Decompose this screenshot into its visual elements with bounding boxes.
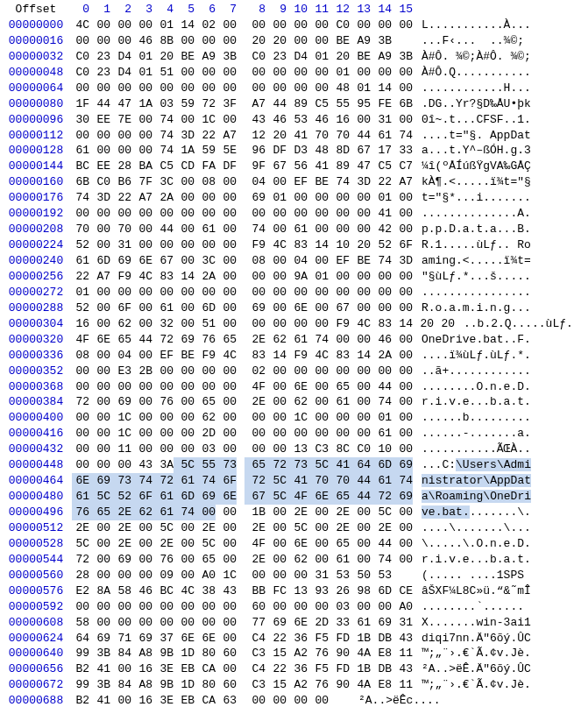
hex-cells[interactable]: 580000000000000077696E2D33616931: [68, 615, 413, 631]
hex-cells[interactable]: 743D22A72A0000006901000000000100: [68, 190, 413, 206]
ascii-cells[interactable]: t="§*...i.......: [413, 190, 531, 206]
ascii-cells[interactable]: ....ï¾ùLƒ.ùLƒ.*.: [413, 348, 531, 364]
hex-row[interactable]: 00000304160062003200510000000000F94C8314…: [4, 316, 588, 332]
hex-cells[interactable]: 615C526F616D696E675C4F6E65447269: [68, 489, 413, 505]
ascii-cells[interactable]: ............H...: [413, 81, 531, 96]
hex-cells[interactable]: 70007000440061007400610000004200: [68, 222, 413, 237]
hex-row[interactable]: 0000036800000000000000004F006E0065004400…: [4, 379, 588, 395]
hex-row[interactable]: 0000012861000000741A595E96DFD3488D671733…: [4, 143, 588, 159]
ascii-cells[interactable]: ....t="§. AppDat: [413, 128, 531, 144]
ascii-cells[interactable]: \.....\.O.n.e.D.: [413, 536, 531, 552]
hex-row[interactable]: 000000004C0000000114020000000000C0000000…: [4, 18, 588, 33]
hex-row[interactable]: 0000038472006900760065002E00620061007400…: [4, 394, 588, 410]
ascii-cells[interactable]: diqi7nn.Ä"6õý.ÛC: [413, 631, 531, 647]
hex-row[interactable]: 00000032C023D40120BEA93BC023D40120BEA93B…: [4, 49, 588, 65]
hex-row[interactable]: 00000656B24100163EEBCA00C42236F5FD1BDB43…: [4, 661, 588, 677]
ascii-cells[interactable]: ........`......: [413, 599, 531, 615]
hex-cells[interactable]: 4C0000000114020000000000C0000000: [68, 18, 413, 33]
hex-cells[interactable]: 72006900760065002E00620061007400: [68, 394, 413, 410]
hex-cells[interactable]: 00000000000000000000000000004100: [68, 206, 413, 222]
hex-cells[interactable]: 00000000000000000000000048011400: [68, 81, 413, 96]
hex-row[interactable]: 0000041600001C0000002D000000000000006100…: [4, 426, 588, 442]
hex-cells[interactable]: 1F44471A0359723FA74489C55595FE6B: [68, 96, 413, 112]
hex-row[interactable]: 0000011200000000743D22A71220417070446174…: [4, 128, 588, 144]
ascii-cells[interactable]: ™;„¨›.€`Ã.¢v.Jè.: [413, 677, 531, 693]
ascii-cells[interactable]: ..b.2.Q.....ùLƒ.: [455, 316, 586, 332]
hex-row[interactable]: 00000016000000468B00000020200000BEA93B..…: [4, 33, 588, 49]
hex-row[interactable]: 00000240616D696E67003C0008000400EFBE743D…: [4, 253, 588, 269]
hex-row[interactable]: 00000176743D22A72A0000006901000000000100…: [4, 190, 588, 206]
ascii-cells[interactable]: ¼î(ºÅÍúßŸgVA‰GÅÇ: [413, 159, 531, 174]
hex-row[interactable]: 000003520000E32B000000000200000000000000…: [4, 364, 588, 379]
hex-row[interactable]: 000005122E002E005C002E002E005C002E002E00…: [4, 520, 588, 536]
ascii-cells[interactable]: 0î~.t...CFSF..1.: [413, 112, 531, 128]
hex-row[interactable]: 000005285C002E002E005C004F006E0065004400…: [4, 536, 588, 552]
ascii-cells[interactable]: r.i.v.e...b.a.t.: [413, 552, 531, 568]
ascii-cells[interactable]: L...........À...: [413, 18, 531, 33]
hex-cells[interactable]: 76652E62617400001B002E002E005C00: [68, 505, 413, 520]
ascii-cells[interactable]: R.1.....ùLƒ.. Ro: [413, 237, 531, 253]
hex-cells[interactable]: E28A5846BC4C3843BBFC139326986DCE: [68, 583, 413, 599]
hex-row[interactable]: 0000006400000000000000000000000048011400…: [4, 81, 588, 96]
ascii-cells[interactable]: r.i.v.e...b.a.t.: [413, 394, 531, 410]
hex-cells[interactable]: 30EE7E0074001C004346534616003100: [68, 112, 413, 128]
hex-row[interactable]: 0000049676652E62617400001B002E002E005C00…: [4, 505, 588, 520]
ascii-cells[interactable]: kÀ¶.<.....ï¾t="§: [413, 174, 531, 190]
hex-cells[interactable]: 00000000743D22A71220417070446174: [68, 128, 413, 144]
hex-cells[interactable]: 72006900760065002E00620061007400: [68, 552, 413, 568]
hex-cells[interactable]: 61000000741A595E96DFD3488D671733: [68, 143, 413, 159]
ascii-cells[interactable]: (..... ....1SPS: [413, 568, 524, 583]
hex-row[interactable]: 00000672993B84A89B1D8060C315A276904AE811…: [4, 677, 588, 693]
hex-cells[interactable]: 6E6973747261746F725C417070446174: [68, 473, 413, 489]
hex-row[interactable]: 00000592000000000000000060000000030000A0…: [4, 599, 588, 615]
ascii-cells[interactable]: .DG..Yr?§D‰ÅU•þk: [413, 96, 531, 112]
hex-cells[interactable]: 6BC0B67F3C0008000400EFBE743D22A7: [68, 174, 413, 190]
ascii-cells[interactable]: ....\.......\...: [413, 520, 531, 536]
hex-row[interactable]: 0000027201000000000000000000000000000000…: [4, 285, 588, 300]
hex-row[interactable]: 0000062464697169376E6E00C42236F5FD1BDB43…: [4, 631, 588, 647]
hex-cells[interactable]: 0000110000000300000013C38CC01000: [68, 442, 413, 457]
ascii-cells[interactable]: ²A..>ëÊ.Ä"6õý.ÛC: [413, 661, 531, 677]
ascii-cells[interactable]: "§ùLƒ.*...š.....: [413, 269, 531, 285]
hex-row[interactable]: 0000054472006900760065002E00620061007400…: [4, 552, 588, 568]
ascii-cells[interactable]: ²A..>ëÊc....: [350, 693, 441, 709]
ascii-cells[interactable]: ......-.......a.: [413, 426, 531, 442]
hex-cells[interactable]: 4F6E6544726976652E62617400004600: [68, 332, 413, 348]
hex-row[interactable]: 00000048C023D401510000000000000001000000…: [4, 65, 588, 81]
hex-cells[interactable]: 2E002E005C002E002E005C002E002E00: [68, 520, 413, 536]
hex-cells[interactable]: 000000433A5C55736572735C41646D69: [68, 457, 413, 473]
ascii-cells[interactable]: X.......win-3ai1: [413, 615, 531, 631]
hex-cells[interactable]: C023D40120BEA93BC023D40120BEA93B: [68, 49, 413, 65]
hex-row[interactable]: 000001606BC0B67F3C0008000400EFBE743D22A7…: [4, 174, 588, 190]
hex-row[interactable]: 000004320000110000000300000013C38CC01000…: [4, 442, 588, 457]
ascii-cells[interactable]: À#Ô. ¾©;À#Ô. ¾©;: [413, 49, 531, 65]
hex-row[interactable]: 0000040000001C000000620000001C0000000100…: [4, 410, 588, 426]
ascii-cells[interactable]: À#Ô.Q...........: [413, 65, 531, 81]
hex-row[interactable]: 00000688B24100163EEBCA6300000000²A..>ëÊc…: [4, 693, 588, 709]
hex-row[interactable]: 00000480615C526F616D696E675C4F6E65447269…: [4, 489, 588, 505]
hex-cells[interactable]: 993B84A89B1D8060C315A276904AE811: [68, 677, 413, 693]
hex-row[interactable]: 00000560280000000900A01C00000031535053(.…: [4, 568, 588, 583]
ascii-cells[interactable]: âŠXF¼L8C»ü.“&˜mÎ: [413, 583, 531, 599]
hex-cells[interactable]: 000000468B00000020200000BEA93B: [68, 33, 413, 49]
hex-row[interactable]: 0000019200000000000000000000000000004100…: [4, 206, 588, 222]
hex-row[interactable]: 000003204F6E6544726976652E62617400004600…: [4, 332, 588, 348]
hex-row[interactable]: 000000801F44471A0359723FA74489C55595FE6B…: [4, 96, 588, 112]
hex-row[interactable]: 0000020870007000440061007400610000004200…: [4, 222, 588, 237]
hex-cells[interactable]: 08000400EFBEF94C8314F94C83142A00: [68, 348, 413, 364]
hex-cells[interactable]: 993B84A89B1D8060C315A276904AE811: [68, 646, 413, 661]
hex-row[interactable]: 0000033608000400EFBEF94C8314F94C83142A00…: [4, 348, 588, 364]
hex-row[interactable]: 0000025622A7F94C83142A0000009A0100000000…: [4, 269, 588, 285]
hex-row[interactable]: 0000028852006F0061006D0069006E0067000000…: [4, 300, 588, 316]
hex-cells[interactable]: 52006F0061006D0069006E0067000000: [68, 300, 413, 316]
hex-row[interactable]: 00000608580000000000000077696E2D33616931…: [4, 615, 588, 631]
hex-row[interactable]: 00000448000000433A5C55736572735C41646D69…: [4, 457, 588, 473]
hex-cells[interactable]: 00000000000000004F006E0065004400: [68, 379, 413, 395]
hex-cells[interactable]: 64697169376E6E00C42236F5FD1BDB43: [68, 631, 413, 647]
ascii-cells[interactable]: ...........ÃŒÀ..: [413, 442, 531, 457]
hex-cells[interactable]: 22A7F94C83142A0000009A0100000000: [68, 269, 413, 285]
hex-cells[interactable]: 5200310000000000F94C83141020526F: [68, 237, 413, 253]
hex-cells[interactable]: 280000000900A01C00000031535053: [68, 568, 413, 583]
hex-cells[interactable]: B24100163EEBCA6300000000: [68, 693, 350, 709]
hex-cells[interactable]: 00001C0000002D000000000000006100: [68, 426, 413, 442]
